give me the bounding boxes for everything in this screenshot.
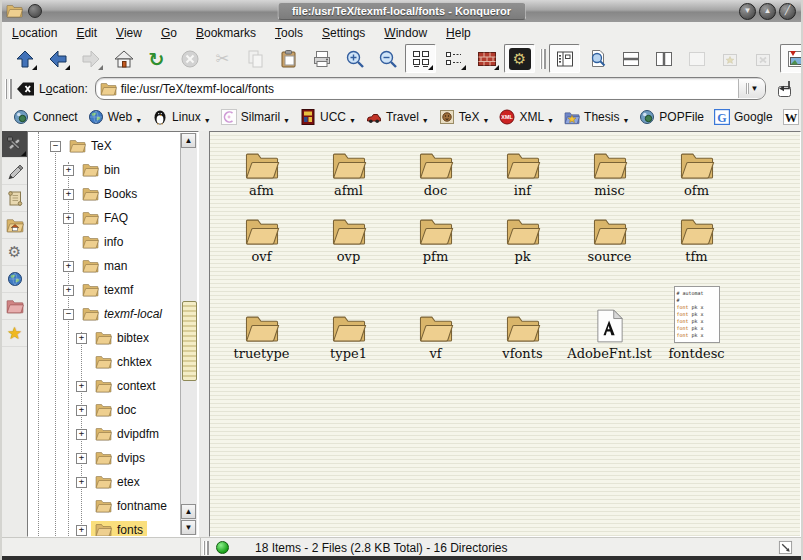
scroll-up-button[interactable]: ▲ (181, 133, 196, 148)
tree-item-dvipdfm[interactable]: + dvipdfm (28, 422, 198, 446)
tree-item-TeX[interactable]: − TeX (28, 134, 198, 158)
show-navigation-panel-button[interactable] (549, 44, 580, 73)
bookmark-ucc[interactable]: UCC▼ (295, 107, 361, 127)
sidebar-tab-bookmarks[interactable]: ★ (2, 320, 27, 347)
menu-go[interactable]: Go (161, 26, 177, 40)
tree-row-content[interactable]: FAQ (78, 209, 132, 227)
html-index-view-button[interactable]: ⚙ (504, 44, 535, 73)
tree-item-etex[interactable]: + etex (28, 470, 198, 494)
location-input[interactable]: file:/usr/TeX/texmf-local/fonts ▼ (95, 77, 766, 100)
maximize-button[interactable]: ▴ (759, 3, 776, 20)
sidebar-tab-annotate[interactable] (2, 158, 27, 185)
expand-expander-icon[interactable]: + (76, 453, 87, 464)
cut-button[interactable]: ✂ (207, 44, 238, 73)
bookmark-thesis[interactable]: Thesis▼ (559, 108, 634, 127)
tree-item-bin[interactable]: + bin (28, 158, 198, 182)
bookmark-wikipedia[interactable]: WWikipedia (778, 107, 803, 127)
sticky-button[interactable] (28, 4, 42, 18)
clear-location-button[interactable] (15, 79, 35, 99)
tree-item-Books[interactable]: + Books (28, 182, 198, 206)
bookmark-web[interactable]: Web▼ (83, 107, 147, 127)
collapse-expander-icon[interactable]: − (63, 309, 74, 320)
split-view-top-bottom-button[interactable] (615, 44, 646, 73)
tree-row-content[interactable]: chktex (91, 353, 156, 371)
icon-view-panel[interactable]: afm afml doc inf misc ofm ovf ovp pfm pk… (209, 131, 801, 537)
menu-tools[interactable]: Tools (275, 26, 303, 40)
tree-row-content[interactable]: TeX (65, 137, 116, 155)
expand-expander-icon[interactable]: + (63, 213, 74, 224)
file-item-vf[interactable]: vf (392, 314, 479, 361)
file-item-pfm[interactable]: pfm (392, 206, 479, 264)
expand-expander-icon[interactable]: + (76, 477, 87, 488)
scroll-up-button-bottom[interactable]: ▲ (181, 504, 196, 519)
bookmark-silmaril[interactable]: Silmaril▼ (216, 107, 295, 127)
multicolumn-view-button[interactable] (471, 44, 502, 73)
sidebar-tab-home-directory[interactable] (2, 212, 27, 239)
menu-bookmarks[interactable]: Bookmarks (196, 26, 256, 40)
file-item-tfm[interactable]: tfm (653, 206, 740, 264)
file-item-doc[interactable]: doc (392, 140, 479, 198)
tree-row-content[interactable]: doc (91, 401, 140, 419)
forward-button[interactable] (75, 44, 106, 73)
remove-active-view-button[interactable] (681, 44, 712, 73)
file-item-fontdesc[interactable]: # automat#font pk xfont pk xfont pk xfon… (653, 286, 740, 361)
up-button[interactable] (9, 44, 40, 73)
bookmark-google[interactable]: GGoogle (709, 107, 778, 127)
file-item-ovf[interactable]: ovf (218, 206, 305, 264)
file-item-ofm[interactable]: ofm (653, 140, 740, 198)
tree-item-fonts[interactable]: + fonts (28, 518, 198, 537)
icon-view-button[interactable] (405, 44, 436, 73)
menu-location[interactable]: Location (12, 26, 57, 40)
panel-splitter[interactable] (199, 131, 209, 537)
menu-settings[interactable]: Settings (322, 26, 365, 40)
tree-row-content[interactable]: dvips (91, 449, 149, 467)
tree-item-man[interactable]: + man (28, 254, 198, 278)
expand-expander-icon[interactable]: + (76, 333, 87, 344)
file-item-ovp[interactable]: ovp (305, 206, 392, 264)
file-item-AdobeFnt.lst[interactable]: AdobeFnt.lst (566, 309, 653, 361)
resize-grip-icon[interactable] (778, 540, 793, 555)
zoom-out-button[interactable] (372, 44, 403, 73)
print-button[interactable] (306, 44, 337, 73)
tree-item-texmf[interactable]: + texmf (28, 278, 198, 302)
bookmark-connect[interactable]: Connect (8, 107, 83, 127)
split-view-left-right-button[interactable] (648, 44, 679, 73)
file-item-vfonts[interactable]: vfonts (479, 314, 566, 361)
close-button[interactable]: ╱ (779, 3, 796, 20)
sidebar-tab-history[interactable] (2, 185, 27, 212)
collapse-expander-icon[interactable]: − (50, 141, 61, 152)
expand-expander-icon[interactable]: + (76, 381, 87, 392)
bookmark-travel[interactable]: Travel▼ (361, 107, 434, 127)
sidebar-tab-configure[interactable] (2, 131, 27, 158)
tree-row-content[interactable]: fonts (91, 521, 147, 537)
tree-row-content[interactable]: dvipdfm (91, 425, 163, 443)
tree-row-content[interactable]: man (78, 257, 131, 275)
tree-item-texmf-local[interactable]: − texmf-local (28, 302, 198, 326)
close-tab-button[interactable] (747, 44, 778, 73)
tree-row-content[interactable]: fontname (91, 497, 171, 515)
file-item-afm[interactable]: afm (218, 140, 305, 198)
expand-expander-icon[interactable]: + (63, 261, 74, 272)
file-item-truetype[interactable]: truetype (218, 314, 305, 361)
back-button[interactable] (42, 44, 73, 73)
bookmark-linux[interactable]: Linux▼ (147, 107, 216, 127)
sidebar-tab-network[interactable] (2, 266, 27, 293)
go-button[interactable] (773, 78, 795, 100)
sidebar-tab-services[interactable]: ⚙ (2, 239, 27, 266)
image-gallery-button[interactable] (780, 44, 803, 73)
expand-expander-icon[interactable]: + (63, 285, 74, 296)
statusbar-grip[interactable] (203, 541, 209, 555)
menu-help[interactable]: Help (446, 26, 471, 40)
file-item-pk[interactable]: pk (479, 206, 566, 264)
bookmark-tex[interactable]: TeX▼ (434, 107, 495, 127)
menu-view[interactable]: View (116, 26, 142, 40)
minimize-button[interactable]: ▾ (739, 3, 756, 20)
tree-row-content[interactable]: etex (91, 473, 144, 491)
bookmark-xml[interactable]: XMLXML▼ (494, 107, 559, 127)
expand-expander-icon[interactable]: + (63, 165, 74, 176)
tree-row-content[interactable]: bin (78, 161, 124, 179)
reload-button[interactable]: ↻ (141, 44, 172, 73)
expand-expander-icon[interactable]: + (76, 429, 87, 440)
find-file-button[interactable] (582, 44, 613, 73)
menu-window[interactable]: Window (384, 26, 427, 40)
